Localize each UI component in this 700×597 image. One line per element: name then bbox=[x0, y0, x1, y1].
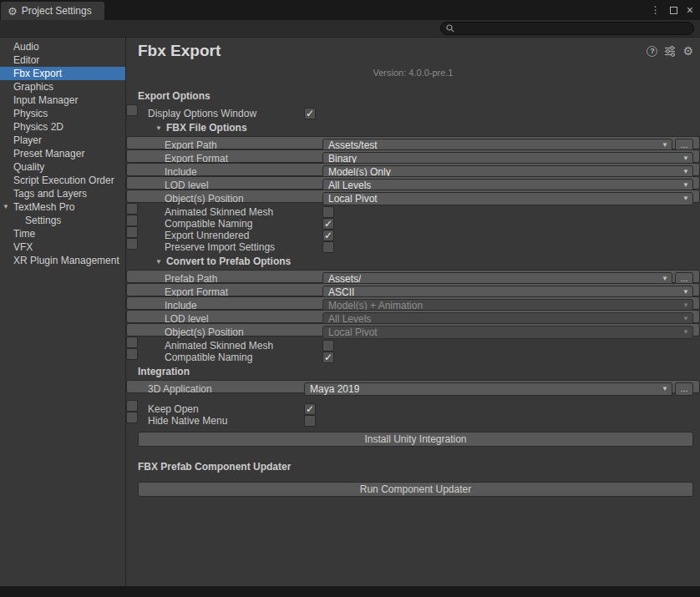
search-input[interactable] bbox=[440, 22, 694, 35]
window-menu-icon[interactable]: ⋮ bbox=[651, 4, 661, 16]
chevron-down-icon[interactable]: ▼ bbox=[3, 200, 9, 214]
display-options-window-checkbox[interactable]: ✓ bbox=[304, 108, 316, 119]
sidebar-item-quality[interactable]: Quality bbox=[0, 160, 125, 174]
compatible-naming-checkbox[interactable]: ✓ bbox=[322, 352, 334, 363]
run-component-updater-button[interactable]: Run Component Updater bbox=[138, 482, 693, 497]
sidebar-item-label: Settings bbox=[25, 215, 61, 226]
row-lod-level: LOD levelAll Levels▼ bbox=[126, 176, 700, 190]
row-animated-skinned-mesh: Animated Skinned Mesh bbox=[126, 336, 138, 348]
search-icon bbox=[446, 24, 454, 33]
row-run-component-updater: Run Component Updater bbox=[126, 482, 700, 498]
sidebar-item-label: Fbx Export bbox=[13, 68, 62, 79]
foldout-fbx-file-options[interactable]: ▼FBX File Options bbox=[126, 119, 700, 136]
sidebar-item-label: VFX bbox=[13, 241, 33, 253]
install-unity-integration-button[interactable]: Install Unity Integration bbox=[138, 432, 693, 447]
window-controls: ⋮ × bbox=[651, 0, 693, 20]
window-maximize-icon[interactable] bbox=[670, 7, 677, 14]
row-fbx-file-options: ▼FBX File Options bbox=[126, 119, 700, 136]
row-convert-to-prefab-options: ▼Convert to Prefab Options bbox=[126, 253, 700, 270]
row-include: IncludeModel(s) Only▼ bbox=[126, 163, 700, 176]
foldout-label: FBX File Options bbox=[166, 122, 247, 134]
sidebar-item-vfx[interactable]: VFX bbox=[0, 240, 125, 254]
export-unrendered-checkbox[interactable]: ✓ bbox=[322, 230, 334, 241]
row-compatible-naming: Compatible Naming✓ bbox=[126, 348, 138, 360]
sidebar-item-physics[interactable]: Physics bbox=[0, 107, 125, 120]
field-control: Local Pivot▼ bbox=[322, 192, 693, 205]
row-export-format: Export FormatASCII▼ bbox=[126, 283, 700, 296]
sidebar-item-tags-and-layers[interactable]: Tags and Layers bbox=[0, 187, 125, 200]
toolbar bbox=[0, 20, 700, 38]
preset-sliders-icon[interactable] bbox=[664, 46, 676, 57]
keep-open-checkbox[interactable]: ✓ bbox=[304, 403, 316, 415]
page-title: Fbx Export bbox=[138, 42, 221, 60]
compatible-naming-checkbox[interactable]: ✓ bbox=[322, 218, 334, 230]
sidebar-item-editor[interactable]: Editor bbox=[0, 53, 125, 67]
tab-project-settings[interactable]: ⚙ Project Settings bbox=[1, 2, 104, 20]
titlebar: ⚙ Project Settings ⋮ × bbox=[0, 0, 700, 20]
field-label: 3D Application bbox=[148, 381, 212, 397]
sidebar: AudioEditorFbx ExportGraphicsInput Manag… bbox=[0, 38, 126, 586]
object-s-position-dropdown: Local Pivot▼ bbox=[322, 326, 693, 339]
sidebar-item-label: TextMesh Pro bbox=[13, 201, 74, 213]
sidebar-item-audio[interactable]: Audio bbox=[0, 40, 125, 53]
row-display-options-window: Display Options Window✓ bbox=[126, 104, 138, 116]
animated-skinned-mesh-checkbox[interactable] bbox=[322, 206, 334, 218]
preserve-import-settings-checkbox[interactable] bbox=[322, 241, 334, 253]
main-panel: Fbx Export ? ⚙ Version: 4.0.0-pre.1 Expo… bbox=[126, 38, 700, 586]
dropdown-arrow-icon: ▼ bbox=[682, 301, 689, 309]
window-close-icon[interactable]: × bbox=[687, 4, 693, 16]
settings-rows: Export OptionsDisplay Options Window✓▼FB… bbox=[126, 88, 700, 498]
row-include: IncludeModel(s) + Animation▼ bbox=[126, 296, 700, 310]
dropdown-arrow-icon: ▼ bbox=[662, 385, 668, 392]
sidebar-item-settings[interactable]: Settings bbox=[0, 214, 125, 227]
row-preserve-import-settings: Preserve Import Settings bbox=[126, 238, 138, 250]
field-control: Local Pivot▼ bbox=[322, 326, 693, 339]
row-fbx-prefab-component-updater: FBX Prefab Component Updater bbox=[126, 458, 700, 475]
sidebar-item-time[interactable]: Time bbox=[0, 227, 125, 240]
row-export-format: Export FormatBinary▼ bbox=[126, 149, 700, 163]
dropdown-arrow-icon: ▼ bbox=[682, 181, 689, 189]
sidebar-item-input-manager[interactable]: Input Manager bbox=[0, 94, 125, 107]
row-3d-application: 3D ApplicationMaya 2019▼... bbox=[126, 380, 700, 393]
sidebar-item-script-execution-order[interactable]: Script Execution Order bbox=[0, 174, 125, 187]
help-icon[interactable]: ? bbox=[647, 46, 657, 57]
checkmark-icon: ✓ bbox=[324, 230, 332, 241]
row-animated-skinned-mesh: Animated Skinned Mesh bbox=[126, 203, 138, 215]
dropdown-arrow-icon: ▼ bbox=[682, 315, 689, 322]
sidebar-item-textmesh-pro[interactable]: ▼TextMesh Pro bbox=[0, 200, 125, 214]
field-control: Maya 2019▼... bbox=[304, 382, 693, 396]
sidebar-item-xr-plugin-management[interactable]: XR Plugin Management bbox=[0, 254, 125, 267]
sidebar-item-label: Audio bbox=[13, 41, 39, 53]
sidebar-item-label: Time bbox=[13, 228, 35, 240]
sidebar-item-label: Physics bbox=[13, 108, 48, 119]
sidebar-item-physics-2d[interactable]: Physics 2D bbox=[0, 120, 125, 134]
checkmark-icon: ✓ bbox=[324, 218, 332, 230]
row-lod-level: LOD levelAll Levels▼ bbox=[126, 310, 700, 323]
sidebar-item-fbx-export[interactable]: Fbx Export bbox=[0, 67, 125, 80]
sidebar-item-label: Script Execution Order bbox=[13, 175, 114, 186]
dropdown-value: Maya 2019 bbox=[310, 383, 359, 395]
row-compatible-naming: Compatible Naming✓ bbox=[126, 215, 138, 226]
sidebar-item-preset-manager[interactable]: Preset Manager bbox=[0, 147, 125, 160]
dropdown-arrow-icon: ▼ bbox=[682, 154, 689, 162]
sidebar-item-label: XR Plugin Management bbox=[13, 255, 119, 266]
sidebar-item-player[interactable]: Player bbox=[0, 134, 125, 147]
row-object-s-position: Object(s) PositionLocal Pivot▼ bbox=[126, 323, 700, 336]
header-icons: ? ⚙ bbox=[647, 45, 693, 57]
row-hide-native-menu: Hide Native Menu bbox=[126, 412, 138, 423]
foldout-convert-to-prefab-options[interactable]: ▼Convert to Prefab Options bbox=[126, 253, 700, 270]
foldout-label: Convert to Prefab Options bbox=[166, 255, 291, 267]
3d-application-browse-button[interactable]: ... bbox=[675, 382, 693, 396]
hide-native-menu-checkbox[interactable] bbox=[304, 415, 316, 427]
3d-application-dropdown[interactable]: Maya 2019▼ bbox=[304, 382, 672, 396]
gear-icon[interactable]: ⚙ bbox=[682, 45, 693, 57]
checkmark-icon: ✓ bbox=[306, 403, 314, 415]
dropdown-value: Local Pivot bbox=[328, 326, 378, 338]
checkmark-icon: ✓ bbox=[324, 352, 332, 363]
sidebar-item-label: Graphics bbox=[13, 81, 53, 93]
object-s-position-dropdown[interactable]: Local Pivot▼ bbox=[322, 192, 693, 205]
animated-skinned-mesh-checkbox[interactable] bbox=[322, 340, 334, 352]
dropdown-arrow-icon: ▼ bbox=[682, 288, 689, 296]
sidebar-item-graphics[interactable]: Graphics bbox=[0, 80, 125, 94]
checkmark-icon: ✓ bbox=[306, 108, 314, 119]
